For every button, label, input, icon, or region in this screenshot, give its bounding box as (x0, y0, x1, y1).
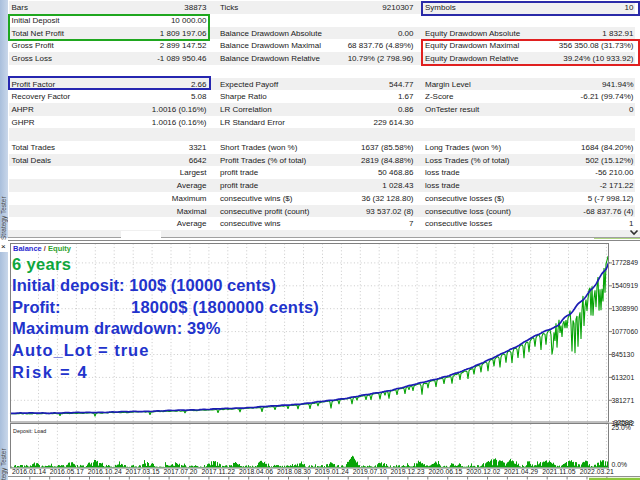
svg-text:2019.01.24: 2019.01.24 (315, 468, 349, 475)
svg-text:2016.05.17: 2016.05.17 (50, 468, 84, 475)
svg-text:2020.12.02: 2020.12.02 (466, 468, 500, 475)
svg-text:2017.07.20: 2017.07.20 (163, 468, 197, 475)
svg-text:2020.06.15: 2020.06.15 (428, 468, 462, 475)
svg-text:0.0%: 0.0% (612, 461, 628, 468)
svg-text:2021.11.05: 2021.11.05 (542, 468, 576, 475)
svg-text:1772849: 1772849 (612, 259, 639, 266)
svg-text:2019.07.10: 2019.07.10 (353, 468, 387, 475)
svg-text:2018.08.30: 2018.08.30 (277, 468, 311, 475)
svg-text:2021.04.29: 2021.04.29 (504, 468, 538, 475)
svg-text:1077060: 1077060 (612, 328, 639, 335)
svg-text:2018.04.06: 2018.04.06 (239, 468, 273, 475)
svg-text:1540919: 1540919 (612, 282, 639, 289)
svg-text:2017.11.22: 2017.11.22 (201, 468, 235, 475)
svg-text:845130: 845130 (612, 351, 635, 358)
svg-text:613201: 613201 (612, 374, 635, 381)
svg-text:381271: 381271 (612, 397, 635, 404)
svg-text:Balance / Equity: Balance / Equity (13, 244, 72, 253)
svg-text:Deposit: Load: Deposit: Load (13, 428, 46, 434)
svg-text:2019.12.23: 2019.12.23 (390, 468, 424, 475)
svg-text:2016.10.24: 2016.10.24 (88, 468, 122, 475)
svg-text:25.0%: 25.0% (612, 424, 631, 431)
svg-text:1308990: 1308990 (612, 305, 639, 312)
svg-text:2016.01.14: 2016.01.14 (12, 468, 46, 475)
svg-text:2022.03.21: 2022.03.21 (580, 468, 614, 475)
svg-text:2017.03.15: 2017.03.15 (126, 468, 160, 475)
